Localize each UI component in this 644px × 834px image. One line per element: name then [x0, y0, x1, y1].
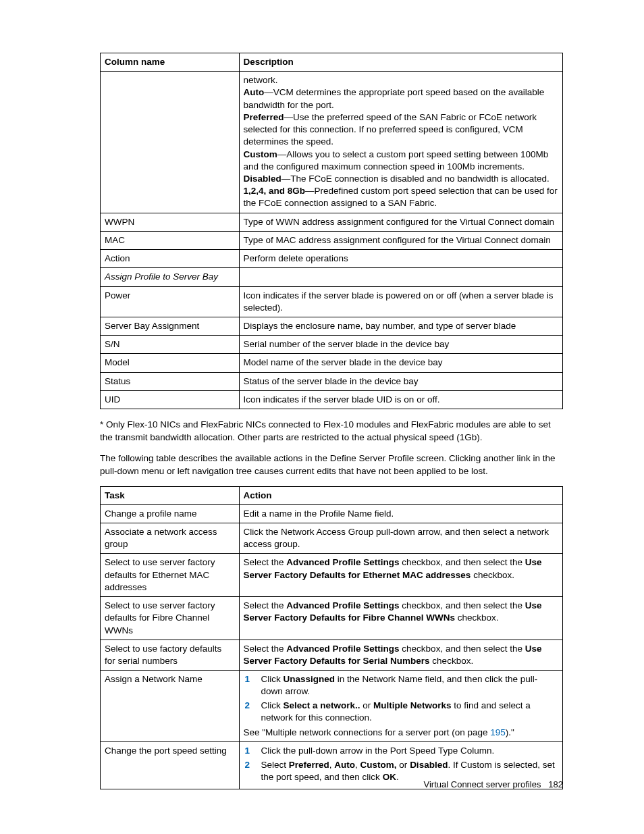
txt-bold: Advanced Profile Settings — [286, 644, 399, 654]
table2-header-col1: Task — [101, 486, 240, 504]
cell-col2: Type of MAC address assignment configure… — [239, 231, 563, 249]
cell-col1: Model — [101, 354, 240, 372]
numbered-steps: Click Unassigned in the Network Name fie… — [244, 673, 559, 724]
numbered-steps: Click the pull-down arrow in the Port Sp… — [244, 745, 559, 783]
desc-text: network. — [244, 75, 278, 85]
cell-action: Click the Network Access Group pull-down… — [239, 523, 563, 554]
label-bold: Preferred — [244, 112, 284, 122]
cell-col1 — [101, 72, 240, 213]
page-link[interactable]: 195 — [490, 727, 506, 737]
table-row: Associate a network access group Click t… — [101, 523, 563, 554]
see-note: See "Multiple network connections for a … — [244, 727, 559, 739]
txt-bold: Auto — [334, 760, 355, 770]
txt: checkbox, and then select the — [400, 644, 525, 654]
txt: Click — [261, 674, 284, 684]
cell-action: Select the Advanced Profile Settings che… — [239, 597, 563, 640]
txt: checkbox, and then select the — [400, 557, 525, 567]
txt-bold: Select a network.. — [284, 700, 360, 710]
intro-paragraph: The following table describes the availa… — [100, 452, 563, 478]
txt: . — [396, 772, 399, 782]
cell-action: Click Unassigned in the Network Name fie… — [239, 671, 563, 742]
txt-bold: OK — [383, 772, 396, 782]
page-number: 182 — [548, 779, 563, 789]
cell-col1: Status — [101, 372, 240, 390]
cell-col2: Model name of the server blade in the de… — [239, 354, 563, 372]
txt: See "Multiple network connections for a … — [244, 727, 491, 737]
txt-bold: Preferred — [289, 760, 329, 770]
table-row: UID Icon indicates if the server blade U… — [101, 390, 563, 409]
cell-col1: S/N — [101, 336, 240, 354]
label-bold: Disabled — [244, 174, 281, 184]
txt-bold: Advanced Profile Settings — [286, 600, 399, 610]
table-row: Select to use server factory defaults fo… — [101, 554, 563, 597]
txt: checkbox. — [471, 570, 514, 580]
cell-col2: Status of the server blade in the device… — [239, 372, 563, 390]
txt: Select — [261, 760, 289, 770]
cell-action: Edit a name in the Profile Name field. — [239, 504, 563, 523]
actions-table: Task Action Change a profile name Edit a… — [100, 486, 563, 789]
txt-bold: Multiple Networks — [373, 700, 452, 710]
table2-header-col2: Action — [239, 486, 563, 504]
cell-col1: Action — [101, 250, 240, 268]
cell-task: Assign a Network Name — [101, 671, 240, 742]
txt-bold: Unassigned — [284, 674, 336, 684]
step: Click Unassigned in the Network Name fie… — [259, 673, 559, 698]
table-row: S/N Serial number of the server blade in… — [101, 336, 563, 354]
columns-table: Column name Description network. Auto—VC… — [100, 53, 563, 409]
table-row: WWPN Type of WWN address assignment conf… — [101, 213, 563, 231]
cell-task: Select to use factory defaults for seria… — [101, 640, 240, 670]
cell-task: Associate a network access group — [101, 523, 240, 554]
txt-bold: Disabled — [410, 760, 448, 770]
cell-col2: Displays the enclosure name, bay number,… — [239, 317, 563, 335]
table-row: network. Auto—VCM determines the appropr… — [101, 72, 563, 213]
txt-bold: Advanced Profile Settings — [286, 557, 399, 567]
txt: Select the — [244, 557, 287, 567]
cell-col1: MAC — [101, 231, 240, 249]
txt: Select the — [244, 600, 287, 610]
txt: or — [360, 700, 374, 710]
cell-col2 — [239, 268, 563, 286]
label-bold: Auto — [244, 87, 265, 97]
table-row: Select to use factory defaults for seria… — [101, 640, 563, 670]
table-row: Assign Profile to Server Bay — [101, 268, 563, 286]
step: Click the pull-down arrow in the Port Sp… — [259, 745, 559, 757]
table1-header-col1: Column name — [101, 53, 240, 72]
label-bold: Custom — [244, 149, 277, 159]
desc-text: —The FCoE connection is disabled and no … — [281, 174, 549, 184]
table-row: Power Icon indicates if the server blade… — [101, 286, 563, 317]
table-row: Assign a Network Name Click Unassigned i… — [101, 671, 563, 742]
cell-col1: UID — [101, 390, 240, 409]
table-row: Model Model name of the server blade in … — [101, 354, 563, 372]
txt: checkbox, and then select the — [400, 600, 525, 610]
desc-text: —Use the preferred speed of the SAN Fabr… — [244, 112, 537, 147]
cell-task: Change the port speed setting — [101, 742, 240, 789]
footer-text: Virtual Connect server profiles — [424, 779, 541, 789]
txt: , — [355, 760, 360, 770]
txt: or — [397, 760, 410, 770]
cell-col2: Serial number of the server blade in the… — [239, 336, 563, 354]
txt: Select the — [244, 644, 287, 654]
cell-col2: Perform delete operations — [239, 250, 563, 268]
cell-col1: Power — [101, 286, 240, 317]
label-bold: 1,2,4, and 8Gb — [244, 186, 306, 196]
table-row: Change a profile name Edit a name in the… — [101, 504, 563, 523]
page-footer: Virtual Connect server profiles 182 — [424, 779, 563, 791]
desc-text: —Allows you to select a custom port spee… — [244, 149, 549, 172]
cell-col2: network. Auto—VCM determines the appropr… — [239, 72, 563, 213]
table-row: MAC Type of MAC address assignment confi… — [101, 231, 563, 249]
txt-bold: Custom, — [360, 760, 397, 770]
footnote: * Only Flex-10 NICs and FlexFabric NICs … — [100, 419, 563, 444]
txt: checkbox. — [430, 656, 474, 666]
cell-col1: Assign Profile to Server Bay — [101, 268, 240, 286]
table1-header-col2: Description — [239, 53, 563, 72]
table-row: Select to use server factory defaults fo… — [101, 597, 563, 640]
txt: checkbox. — [455, 613, 499, 623]
cell-col2: Type of WWN address assignment configure… — [239, 213, 563, 231]
cell-task: Select to use server factory defaults fo… — [101, 554, 240, 597]
cell-col1: WWPN — [101, 213, 240, 231]
cell-task: Change a profile name — [101, 504, 240, 523]
txt: Click — [261, 700, 284, 710]
cell-col2: Icon indicates if the server blade UID i… — [239, 390, 563, 409]
cell-action: Select the Advanced Profile Settings che… — [239, 640, 563, 670]
step: Click Select a network.. or Multiple Net… — [259, 700, 559, 724]
